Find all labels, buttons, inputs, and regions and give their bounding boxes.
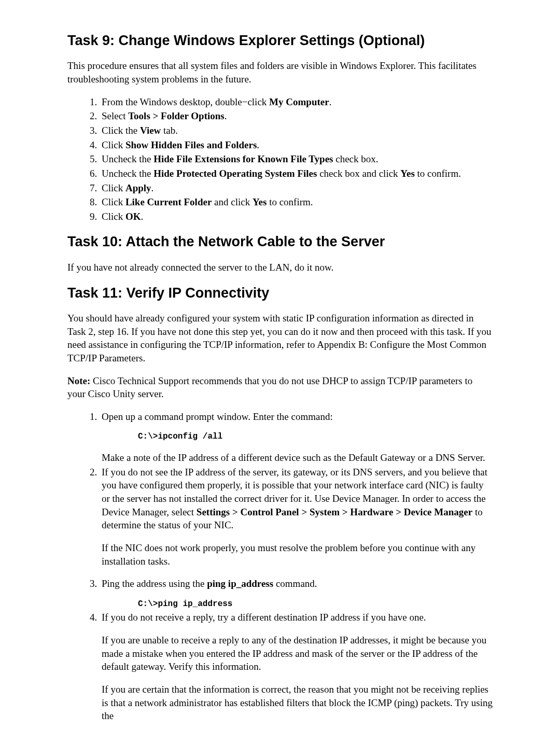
task9-step-8: Click Like Current Folder and click Yes … (100, 195, 493, 209)
ipconfig-code: C:\>ipconfig /all (138, 431, 493, 443)
task9-steps: From the Windows desktop, double−click M… (67, 95, 493, 223)
task9-step-5: Uncheck the Hide File Extensions for Kno… (100, 152, 493, 166)
task9-step-6: Uncheck the Hide Protected Operating Sys… (100, 167, 493, 180)
task9-step-9: Click OK. (100, 210, 493, 223)
ping-code: C:\>ping ip_address (138, 599, 493, 610)
task9-intro: This procedure ensures that all system f… (67, 59, 493, 86)
task9-step-7: Click Apply. (100, 181, 493, 195)
task11-steps: Open up a command prompt window. Enter t… (67, 410, 493, 723)
task11-step-4: If you do not receive a reply, try a dif… (100, 611, 493, 722)
task11-intro: You should have already configured your … (67, 312, 493, 365)
task9-heading: Task 9: Change Windows Explorer Settings… (67, 31, 493, 50)
task11-heading: Task 11: Verify IP Connectivity (67, 284, 493, 302)
task10-intro: If you have not already connected the se… (67, 261, 493, 274)
task10-heading: Task 10: Attach the Network Cable to the… (67, 232, 493, 251)
task11-step-3: Ping the address using the ping ip_addre… (100, 577, 493, 610)
task11-note: Note: Cisco Technical Support recommends… (67, 374, 493, 401)
task11-step-2: If you do not see the IP address of the … (100, 466, 493, 568)
task11-step-1: Open up a command prompt window. Enter t… (100, 410, 493, 465)
task9-step-3: Click the View tab. (100, 124, 493, 137)
task9-step-2: Select Tools > Folder Options. (100, 109, 493, 123)
task9-step-1: From the Windows desktop, double−click M… (100, 95, 493, 109)
task9-step-4: Click Show Hidden Files and Folders. (100, 138, 493, 152)
